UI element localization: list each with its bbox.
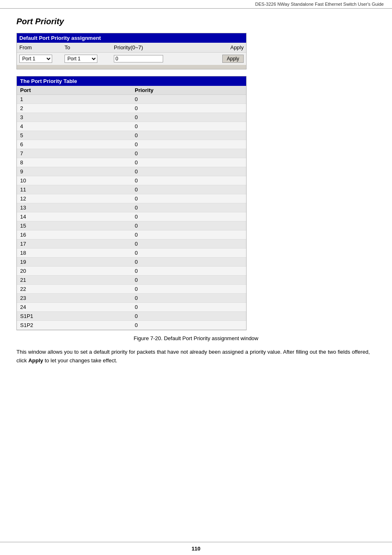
port-cell: 13 bbox=[17, 203, 131, 212]
from-select[interactable]: Port 1 Port 2 Port 3 bbox=[19, 55, 52, 63]
port-cell: 4 bbox=[17, 122, 131, 131]
table-row: 140 bbox=[17, 212, 246, 221]
priority-cell: 0 bbox=[131, 312, 246, 321]
table-row: 30 bbox=[17, 113, 246, 122]
table-row: 80 bbox=[17, 158, 246, 167]
priority-cell: 0 bbox=[131, 104, 246, 113]
apply-button[interactable]: Apply bbox=[222, 55, 244, 63]
priority-cell: 0 bbox=[131, 240, 246, 249]
to-select[interactable]: Port 1 Port 2 Port 3 bbox=[65, 55, 97, 63]
table-row: 100 bbox=[17, 176, 246, 185]
priority-cell: 0 bbox=[131, 230, 246, 240]
priority-cell: 0 bbox=[131, 221, 246, 230]
priority-cell: 0 bbox=[131, 140, 246, 149]
priority-table-body: 1020304050607080901001101201301401501601… bbox=[17, 95, 246, 330]
port-cell: 23 bbox=[17, 294, 131, 303]
priority-cell: 0 bbox=[131, 294, 246, 303]
table-row: 50 bbox=[17, 131, 246, 140]
table-row: 160 bbox=[17, 230, 246, 240]
priority-cell: 0 bbox=[131, 285, 246, 294]
port-cell: 17 bbox=[17, 240, 131, 249]
assignment-section: Default Port Priority assignment From To… bbox=[16, 33, 247, 69]
table-row: 10 bbox=[17, 95, 246, 104]
port-cell: 22 bbox=[17, 285, 131, 294]
apply-button-container[interactable]: Apply bbox=[215, 55, 244, 63]
priority-cell: 0 bbox=[131, 131, 246, 140]
header-title: DES-3226 NWay Standalone Fast Ethernet S… bbox=[255, 2, 384, 7]
priority-cell: 0 bbox=[131, 158, 246, 167]
table-row: 110 bbox=[17, 185, 246, 194]
port-cell: 11 bbox=[17, 185, 131, 194]
priority-cell: 0 bbox=[131, 122, 246, 131]
table-row: 220 bbox=[17, 285, 246, 294]
priority-input-container[interactable] bbox=[114, 55, 215, 62]
port-cell: 2 bbox=[17, 104, 131, 113]
priority-cell: 0 bbox=[131, 203, 246, 212]
col-priority-label: Priority(0~7) bbox=[114, 44, 215, 51]
port-cell: 14 bbox=[17, 212, 131, 221]
table-row: 170 bbox=[17, 240, 246, 249]
port-cell: 6 bbox=[17, 140, 131, 149]
port-cell: 20 bbox=[17, 267, 131, 276]
priority-table: The Port Priority Table Port Priority 10… bbox=[17, 76, 246, 330]
priority-table-header-row: The Port Priority Table bbox=[17, 76, 246, 86]
page-title: Port Priority bbox=[16, 17, 376, 26]
port-cell: S1P2 bbox=[17, 321, 131, 330]
port-cell: 1 bbox=[17, 95, 131, 104]
figure-caption: Figure 7-20. Default Port Priority assig… bbox=[16, 335, 376, 341]
table-row: 40 bbox=[17, 122, 246, 131]
col-to-label: To bbox=[65, 44, 114, 51]
port-cell: 24 bbox=[17, 303, 131, 312]
to-select-container[interactable]: Port 1 Port 2 Port 3 bbox=[65, 55, 114, 63]
assignment-values-row: Port 1 Port 2 Port 3 Port 1 Port 2 Port … bbox=[17, 53, 246, 65]
port-cell: 7 bbox=[17, 149, 131, 158]
page-number: 110 bbox=[191, 546, 201, 552]
assignment-column-headers: From To Priority(0~7) Apply bbox=[17, 43, 246, 53]
priority-input[interactable] bbox=[114, 55, 163, 62]
priority-cell: 0 bbox=[131, 149, 246, 158]
table-row: 150 bbox=[17, 221, 246, 230]
description-text: This window allows you to set a default … bbox=[16, 348, 370, 365]
description-bold: Apply bbox=[28, 357, 43, 364]
table-row: 20 bbox=[17, 104, 246, 113]
port-cell: 5 bbox=[17, 131, 131, 140]
port-cell: 12 bbox=[17, 194, 131, 203]
priority-table-header-blue: The Port Priority Table bbox=[17, 76, 246, 86]
col-from-label: From bbox=[19, 44, 65, 51]
port-cell: 15 bbox=[17, 221, 131, 230]
priority-cell: 0 bbox=[131, 258, 246, 267]
priority-cell: 0 bbox=[131, 267, 246, 276]
table-row: 130 bbox=[17, 203, 246, 212]
priority-cell: 0 bbox=[131, 303, 246, 312]
table-row: 90 bbox=[17, 167, 246, 176]
assignment-header: Default Port Priority assignment bbox=[17, 33, 246, 43]
col-priority-label: Priority bbox=[131, 86, 246, 95]
table-row: 240 bbox=[17, 303, 246, 312]
description-after-bold: to let your changes take effect. bbox=[43, 357, 117, 364]
table-row: 190 bbox=[17, 258, 246, 267]
priority-cell: 0 bbox=[131, 194, 246, 203]
table-row: 70 bbox=[17, 149, 246, 158]
port-cell: 18 bbox=[17, 249, 131, 258]
priority-cell: 0 bbox=[131, 113, 246, 122]
port-cell: 19 bbox=[17, 258, 131, 267]
port-cell: 10 bbox=[17, 176, 131, 185]
from-select-container[interactable]: Port 1 Port 2 Port 3 bbox=[19, 55, 65, 63]
port-cell: 16 bbox=[17, 230, 131, 240]
table-row: 120 bbox=[17, 194, 246, 203]
page-content: Port Priority Default Port Priority assi… bbox=[0, 9, 392, 382]
table-row: 60 bbox=[17, 140, 246, 149]
table-row: S1P20 bbox=[17, 321, 246, 330]
port-cell: S1P1 bbox=[17, 312, 131, 321]
priority-cell: 0 bbox=[131, 167, 246, 176]
bottom-bar: 110 bbox=[0, 542, 392, 555]
priority-cell: 0 bbox=[131, 249, 246, 258]
table-row: 230 bbox=[17, 294, 246, 303]
priority-cell: 0 bbox=[131, 276, 246, 285]
table-row: 200 bbox=[17, 267, 246, 276]
col-port-label: Port bbox=[17, 86, 131, 95]
spacer bbox=[17, 65, 246, 69]
port-cell: 21 bbox=[17, 276, 131, 285]
table-row: 210 bbox=[17, 276, 246, 285]
priority-cell: 0 bbox=[131, 176, 246, 185]
